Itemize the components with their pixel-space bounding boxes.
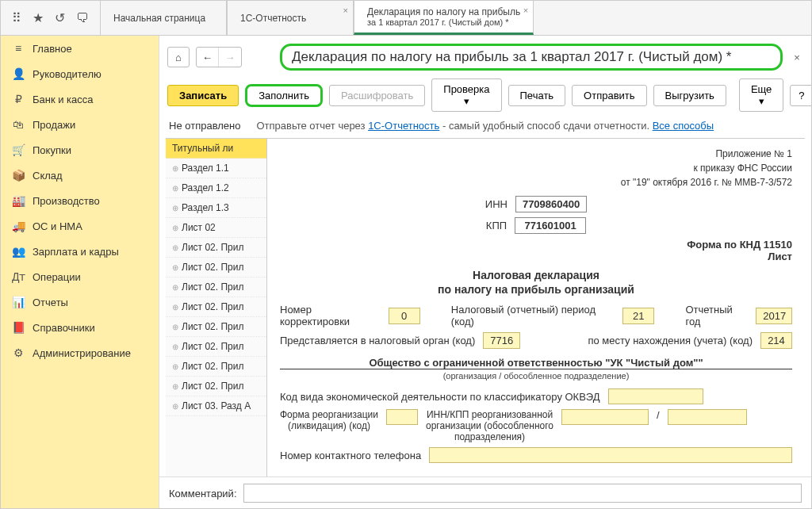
tree-item[interactable]: ⊕Лист 02. Прил xyxy=(166,297,266,317)
tree-item[interactable]: ⊕Лист 02. Прил xyxy=(166,317,266,337)
help-button[interactable]: ? xyxy=(790,85,811,106)
print-button[interactable]: Печать xyxy=(508,85,566,106)
phone-label: Номер контактного телефона xyxy=(280,450,421,461)
tree-item[interactable]: ⊕Лист 02. Прил xyxy=(166,377,266,396)
expand-icon[interactable]: ⊕ xyxy=(172,204,178,212)
sidebar-item-references[interactable]: 📕Справочники xyxy=(1,315,159,340)
tree-item[interactable]: ⊕Лист 03. Разд А xyxy=(166,396,266,416)
export-button[interactable]: Выгрузить xyxy=(653,85,726,106)
period-value[interactable]: 21 xyxy=(622,308,654,324)
sidebar-item-manager[interactable]: 👤Руководителю xyxy=(1,61,159,86)
tree-item[interactable]: ⊕Лист 02. Прил xyxy=(166,238,266,258)
reorg-inn-input[interactable] xyxy=(561,409,649,425)
menu-icon: ≡ xyxy=(12,42,25,55)
expand-icon[interactable]: ⊕ xyxy=(172,184,178,193)
apps-icon[interactable]: ⠿ xyxy=(12,10,21,25)
truck-icon: 🚚 xyxy=(12,220,25,232)
reorg-code-input[interactable] xyxy=(386,409,418,425)
expand-icon[interactable]: ⊕ xyxy=(172,382,178,391)
close-icon[interactable]: × xyxy=(523,6,528,15)
ruble-icon: ₽ xyxy=(12,93,25,105)
form-area[interactable]: Приложение № 1 к приказу ФНС России от "… xyxy=(267,139,805,476)
tax-organ-value[interactable]: 7716 xyxy=(483,332,520,349)
place-value[interactable]: 214 xyxy=(760,332,792,349)
factory-icon: 🏭 xyxy=(12,194,25,207)
tree-item[interactable]: ⊕Раздел 1.1 xyxy=(166,159,266,178)
sidebar-item-hr[interactable]: 👥Зарплата и кадры xyxy=(1,239,159,264)
expand-icon[interactable]: ⊕ xyxy=(172,362,178,371)
tree-item[interactable]: ⊕Лист 02 xyxy=(166,218,266,238)
main-sidebar: ≡Главное 👤Руководителю ₽Банк и касса 🛍Пр… xyxy=(1,36,159,509)
back-button[interactable]: ← xyxy=(197,48,219,67)
tree-item[interactable]: ⊕Лист 02. Прил xyxy=(166,277,266,297)
reorg-label: Форма реорганизации xyxy=(280,409,378,420)
okved-input[interactable] xyxy=(608,388,703,404)
close-page-button[interactable]: × xyxy=(789,52,805,63)
check-button[interactable]: Проверка ▾ xyxy=(431,78,501,112)
history-icon[interactable]: ↺ xyxy=(55,10,65,25)
tab-reporting[interactable]: 1С-Отчетность× xyxy=(227,1,354,35)
sidebar-item-operations[interactable]: ДᴛОперации xyxy=(1,264,159,289)
expand-icon[interactable]: ⊕ xyxy=(172,323,178,331)
tree-item[interactable]: ⊕Раздел 1.3 xyxy=(166,198,266,218)
tree-item[interactable]: ⊕Лист 02. Прил xyxy=(166,357,266,377)
period-label: Налоговый (отчетный) период (код) xyxy=(451,304,615,327)
more-button[interactable]: Еще ▾ xyxy=(739,78,783,112)
status-text: Не отправлено xyxy=(169,120,240,132)
inn-value: 7709860400 xyxy=(515,196,587,212)
phone-input[interactable] xyxy=(429,447,792,463)
correction-label: Номер корректировки xyxy=(280,304,381,327)
form-title: Налоговая декларация xyxy=(280,269,792,281)
tab-home[interactable]: Начальная страница xyxy=(100,1,227,35)
tab-declaration[interactable]: Декларация по налогу на прибыль за 1 ква… xyxy=(354,1,534,35)
comments-input[interactable] xyxy=(243,484,802,503)
home-button[interactable]: ⌂ xyxy=(167,47,190,67)
sidebar-item-production[interactable]: 🏭Производство xyxy=(1,188,159,213)
form-reference: Приложение № 1 к приказу ФНС России от "… xyxy=(280,147,792,189)
reorg-kpp-input[interactable] xyxy=(668,409,747,425)
chat-icon[interactable]: 🗨 xyxy=(76,11,89,25)
sidebar-item-main[interactable]: ≡Главное xyxy=(1,36,159,61)
box-icon: 📦 xyxy=(12,169,25,182)
sidebar-item-purchases[interactable]: 🛒Покупки xyxy=(1,137,159,163)
year-value[interactable]: 2017 xyxy=(756,308,792,324)
save-button[interactable]: Записать xyxy=(167,85,239,106)
kpp-value: 771601001 xyxy=(515,217,586,234)
tax-organ-label: Представляется в налоговый орган (код) xyxy=(280,335,475,346)
expand-icon[interactable]: ⊕ xyxy=(172,263,178,272)
expand-icon[interactable]: ⊕ xyxy=(172,402,178,411)
comments-label: Комментарий: xyxy=(169,488,237,499)
expand-icon[interactable]: ⊕ xyxy=(172,283,178,292)
link-1c-reporting[interactable]: 1С-Отчетность xyxy=(368,120,439,132)
place-label: по месту нахождения (учета) (код) xyxy=(588,335,753,346)
tree-item[interactable]: ⊕Раздел 1.2 xyxy=(166,178,266,198)
sidebar-item-sales[interactable]: 🛍Продажи xyxy=(1,112,159,137)
expand-icon[interactable]: ⊕ xyxy=(172,303,178,312)
expand-icon[interactable]: ⊕ xyxy=(172,243,178,252)
chart-icon: 📊 xyxy=(12,296,25,308)
forward-button: → xyxy=(219,48,241,67)
expand-icon[interactable]: ⊕ xyxy=(172,343,178,351)
inn-label: ИНН xyxy=(485,198,508,210)
sidebar-item-admin[interactable]: ⚙Администрирование xyxy=(1,340,159,365)
tree-item[interactable]: Титульный ли xyxy=(166,139,266,159)
person-icon: 👤 xyxy=(12,67,25,80)
sidebar-item-reports[interactable]: 📊Отчеты xyxy=(1,289,159,315)
correction-value[interactable]: 0 xyxy=(389,308,420,324)
expand-icon[interactable]: ⊕ xyxy=(172,164,178,173)
close-icon[interactable]: × xyxy=(343,6,348,15)
sidebar-item-assets[interactable]: 🚚ОС и НМА xyxy=(1,213,159,239)
star-icon[interactable]: ★ xyxy=(33,10,44,25)
kpp-label: КПП xyxy=(486,220,507,232)
tree-item[interactable]: ⊕Лист 02. Прил xyxy=(166,337,266,357)
section-tree[interactable]: Титульный ли ⊕Раздел 1.1 ⊕Раздел 1.2 ⊕Ра… xyxy=(166,139,267,476)
form-subtitle: по налогу на прибыль организаций xyxy=(280,283,792,296)
sidebar-item-bank[interactable]: ₽Банк и касса xyxy=(1,86,159,112)
sidebar-item-warehouse[interactable]: 📦Склад xyxy=(1,163,159,188)
tree-item[interactable]: ⊕Лист 02. Прил xyxy=(166,258,266,277)
decode-button: Расшифровать xyxy=(329,85,425,106)
link-all-ways[interactable]: Все способы xyxy=(653,120,714,132)
fill-button[interactable]: Заполнить xyxy=(245,84,323,107)
expand-icon[interactable]: ⊕ xyxy=(172,224,178,232)
send-button[interactable]: Отправить xyxy=(572,85,646,106)
